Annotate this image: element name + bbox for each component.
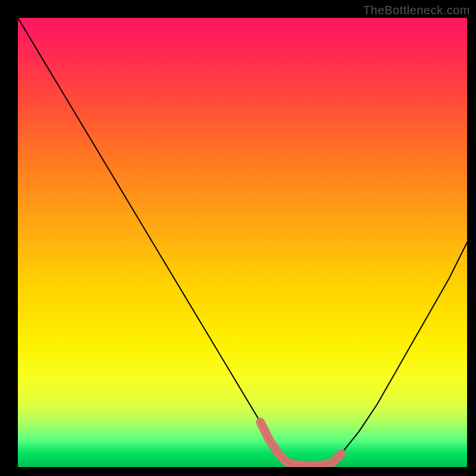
highlight-band <box>261 422 342 466</box>
chart-overlay <box>18 18 467 467</box>
chart-area <box>18 18 467 467</box>
bottleneck-curve <box>18 18 467 465</box>
attribution-text: TheBottleneck.com <box>363 4 470 17</box>
